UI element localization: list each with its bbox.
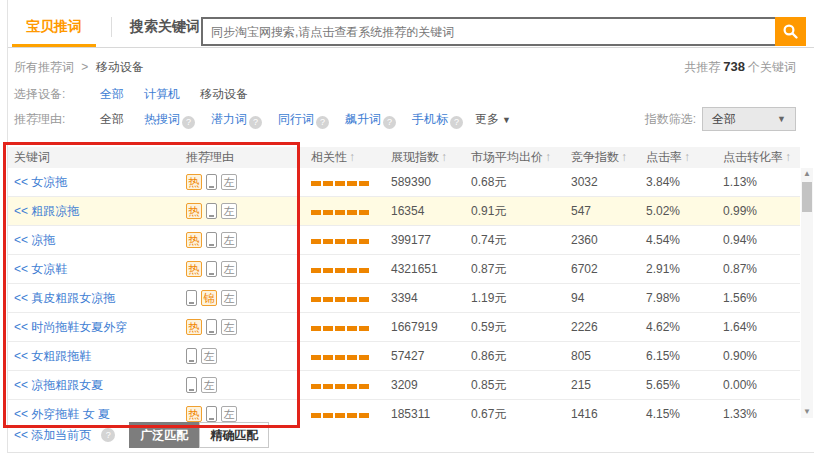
tab-bar: 宝贝推词 搜索关键词 [8, 8, 814, 48]
impressions-value: 57427 [391, 349, 471, 363]
keyword-link[interactable]: << 女凉拖 [14, 175, 67, 189]
avg-price-value: 0.67元 [471, 406, 571, 423]
impressions-value: 16354 [391, 204, 471, 218]
keyword-tool-panel: 宝贝推词 搜索关键词 所有推荐词 > 移动设备 共推荐738个关键词 选择设备:… [7, 0, 814, 453]
sort-asc-icon[interactable]: ↑ [545, 150, 551, 164]
phone-icon [186, 377, 197, 393]
header-cvr[interactable]: 点击转化率↑ [723, 149, 800, 166]
cvr-value: 0.90% [723, 349, 800, 363]
keyword-link[interactable]: << 外穿拖鞋 女 夏 [14, 407, 110, 421]
help-icon[interactable]: ? [450, 116, 463, 129]
help-icon[interactable]: ? [101, 428, 115, 442]
breadcrumb-root[interactable]: 所有推荐词 [14, 60, 74, 74]
cvr-value: 0.00% [723, 378, 800, 392]
search-button[interactable] [775, 17, 806, 46]
reason-option-all[interactable]: 全部 [100, 109, 124, 129]
add-current-page-link[interactable]: << 添加当前页 [14, 427, 91, 444]
ctr-value: 3.84% [646, 175, 723, 189]
keyword-link[interactable]: << 凉拖 [14, 233, 55, 247]
table-row[interactable]: << 凉拖粗跟女夏 左 3209 0.85元 215 5.65% 0.00% [8, 371, 800, 400]
vertical-scrollbar[interactable]: ▲ ▼ [801, 168, 813, 418]
keyword-link[interactable]: << 凉拖粗跟女夏 [14, 378, 103, 392]
left-badge: 左 [221, 406, 237, 422]
keyword-link[interactable]: << 真皮粗跟女凉拖 [14, 291, 115, 305]
reason-option-mobiletag[interactable]: 手机标 [412, 112, 448, 126]
sort-asc-icon[interactable]: ↑ [621, 150, 627, 164]
keyword-link[interactable]: << 女凉鞋 [14, 262, 67, 276]
impressions-value: 399177 [391, 233, 471, 247]
competition-value: 3032 [571, 175, 646, 189]
help-icon[interactable]: ? [383, 116, 396, 129]
index-filter-value: 全部 [712, 109, 736, 129]
header-avg-price[interactable]: 市场平均出价↑ [471, 149, 571, 166]
tab-product-keywords[interactable]: 宝贝推词 [12, 8, 96, 47]
competition-value: 215 [571, 378, 646, 392]
hot-badge: 热 [186, 261, 202, 277]
hot-badge: 热 [186, 406, 202, 422]
reason-badges: 左 [186, 348, 311, 364]
table-row[interactable]: << 时尚拖鞋女夏外穿 热左 1667919 0.59元 2226 4.62% … [8, 313, 800, 342]
relevance-bars [311, 320, 371, 334]
avg-price-value: 0.74元 [471, 232, 571, 249]
tab-search-keywords[interactable]: 搜索关键词 [116, 8, 214, 44]
header-reason: 推荐理由 [186, 149, 311, 166]
reason-badges: 热左 [186, 406, 311, 422]
header-relevance[interactable]: 相关性↑ [311, 149, 391, 166]
reason-option-peer[interactable]: 同行词 [278, 112, 314, 126]
keyword-link[interactable]: << 粗跟凉拖 [14, 204, 79, 218]
keyword-link[interactable]: << 时尚拖鞋女夏外穿 [14, 320, 127, 334]
reason-option-potential[interactable]: 潜力词 [211, 112, 247, 126]
chevron-down-icon: ▼ [777, 109, 786, 129]
scroll-down-icon[interactable]: ▼ [801, 406, 813, 418]
competition-value: 547 [571, 204, 646, 218]
table-row[interactable]: << 女凉拖 热左 589390 0.68元 3032 3.84% 1.13% [8, 168, 800, 197]
sort-asc-icon[interactable]: ↑ [785, 150, 791, 164]
relevance-bars [311, 175, 371, 189]
table-row[interactable]: << 凉拖 热左 399177 0.74元 2360 4.54% 0.94% [8, 226, 800, 255]
avg-price-value: 0.91元 [471, 203, 571, 220]
reason-badges: 热左 [186, 319, 311, 335]
device-filter-row: 选择设备: 全部 计算机 移动设备 [14, 84, 796, 104]
relevance-bars [311, 378, 371, 392]
cvr-value: 0.99% [723, 204, 800, 218]
reason-option-hot[interactable]: 热搜词 [144, 112, 180, 126]
index-filter-label: 指数筛选: [645, 109, 696, 129]
keyword-link[interactable]: << 女粗跟拖鞋 [14, 349, 91, 363]
more-dropdown[interactable]: 更多▼ [475, 109, 511, 130]
header-impressions[interactable]: 展现指数↑ [391, 149, 471, 166]
device-option-all[interactable]: 全部 [100, 84, 124, 104]
cvr-value: 1.33% [723, 407, 800, 421]
phone-icon [186, 290, 197, 306]
table-body: << 女凉拖 热左 589390 0.68元 3032 3.84% 1.13% … [8, 168, 800, 425]
table-row[interactable]: << 女粗跟拖鞋 左 57427 0.86元 805 6.15% 0.90% [8, 342, 800, 371]
table-row[interactable]: << 粗跟凉拖 热左 16354 0.91元 547 5.02% 0.99% [8, 197, 800, 226]
help-icon[interactable]: ? [182, 116, 195, 129]
device-filter-label: 选择设备: [14, 84, 100, 104]
scroll-up-icon[interactable]: ▲ [801, 168, 813, 180]
sort-asc-icon[interactable]: ↑ [441, 150, 447, 164]
competition-value: 94 [571, 291, 646, 305]
relevance-bars [311, 291, 371, 305]
ctr-value: 2.91% [646, 262, 723, 276]
table-row[interactable]: << 女凉鞋 热左 4321651 0.87元 6702 2.91% 0.87% [8, 255, 800, 284]
header-keyword: 关键词 [8, 149, 186, 166]
device-option-pc[interactable]: 计算机 [144, 84, 180, 104]
header-ctr[interactable]: 点击率↑ [646, 149, 723, 166]
reason-option-surge[interactable]: 飙升词 [345, 112, 381, 126]
search-input[interactable] [201, 17, 775, 46]
help-icon[interactable]: ? [316, 116, 329, 129]
table-row[interactable]: << 真皮粗跟女凉拖 锦左 3394 1.19元 94 7.98% 1.56% [8, 284, 800, 313]
help-icon[interactable]: ? [249, 116, 262, 129]
exact-match-button[interactable]: 精确匹配 [199, 422, 269, 448]
index-filter-dropdown[interactable]: 全部 ▼ [702, 107, 796, 131]
ctr-value: 7.98% [646, 291, 723, 305]
search-icon [782, 23, 799, 40]
device-option-mobile[interactable]: 移动设备 [200, 84, 248, 104]
broad-match-button[interactable]: 广泛匹配 [129, 422, 199, 448]
relevance-bars [311, 233, 371, 247]
ctr-value: 4.15% [646, 407, 723, 421]
sort-asc-icon[interactable]: ↑ [684, 150, 690, 164]
scrollbar-thumb[interactable] [802, 182, 812, 212]
header-competition[interactable]: 竞争指数↑ [571, 149, 646, 166]
sort-asc-icon[interactable]: ↑ [349, 150, 355, 164]
